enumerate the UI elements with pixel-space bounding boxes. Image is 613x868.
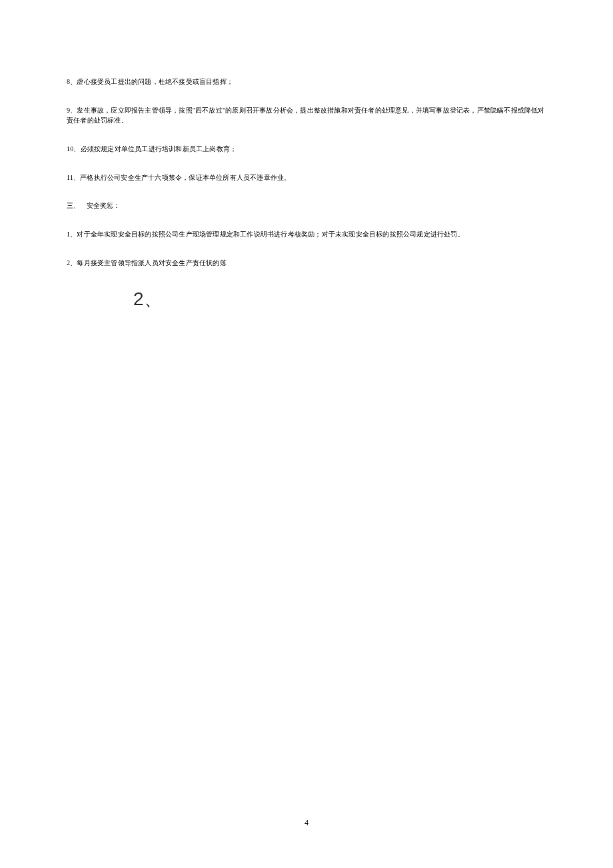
paragraph-10: 10、必须按规定对单位员工进行培训和新员工上岗教育； [67,144,546,154]
paragraph-8: 8、虚心接受员工提出的问题，杜绝不接受或盲目指挥； [67,77,546,87]
document-content: 8、虚心接受员工提出的问题，杜绝不接受或盲目指挥； 9、发生事故，应立即报告主管… [0,0,613,312]
large-number-label: 2、 [133,286,546,312]
section-3-heading: 三、 安全奖惩： [67,201,546,211]
section-3-paragraph-1: 1、对于全年实现安全目标的按照公司生产现场管理规定和工作说明书进行考核奖励；对于… [67,229,546,239]
paragraph-11: 11、严格执行公司安全生产十六项禁令，保证本单位所有人员不违章作业。 [67,173,546,183]
section-3-paragraph-2: 2、每月接受主管领导指派人员对安全生产责任状的落 [67,258,546,268]
paragraph-9: 9、发生事故，应立即报告主管领导，按照"四不放过"的原则召开事故分析会，提出整改… [67,105,546,125]
page-number: 4 [0,818,613,828]
